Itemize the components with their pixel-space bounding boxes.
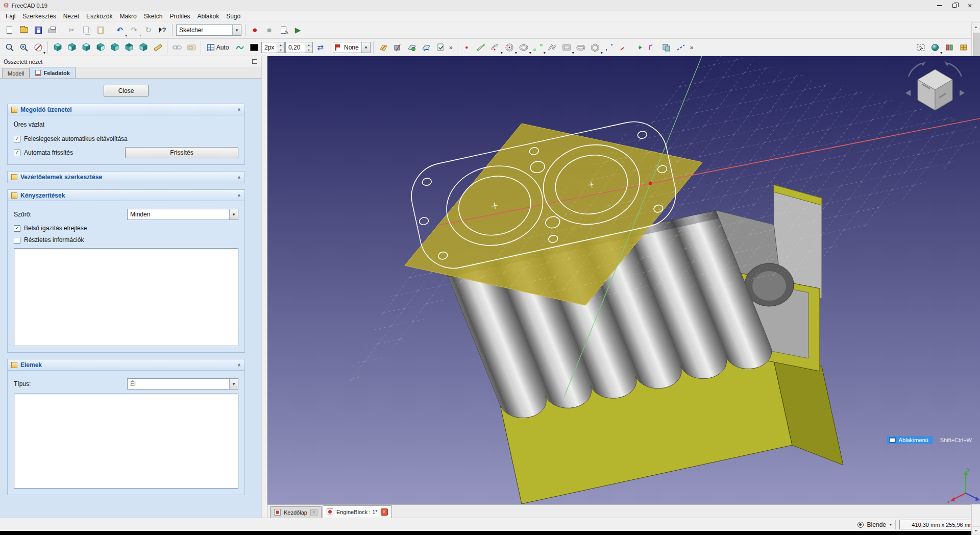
workbench-selector[interactable]: Sketcher ▾ [176,25,241,36]
line-width-select[interactable]: 2px ▴▾ [261,42,285,53]
float-panel-icon[interactable] [252,59,257,64]
blende-selector[interactable]: Blende [867,521,886,528]
spin-down-icon[interactable]: ▾ [305,47,312,53]
collapse-up-icon[interactable]: ∧ [237,192,241,198]
spin-up-icon[interactable]: ▴ [277,42,284,47]
collapse-up-icon[interactable]: ∧ [237,175,241,180]
create-fillet-button[interactable] [603,40,617,54]
redo-button[interactable]: ↷▾ [127,23,141,37]
toolbar-overflow-icon[interactable]: » [448,44,454,51]
panel-splitter[interactable] [261,56,267,518]
refresh-button[interactable]: ↻ [141,23,155,37]
close-window-button[interactable]: × [963,1,977,10]
make-link-button[interactable] [170,40,184,54]
menu-sketch[interactable]: Sketch [140,12,166,21]
pattern-dropdown-icon[interactable]: ▾ [361,42,370,53]
elements-type-select[interactable]: Él ▾ [127,378,238,390]
section-elements-header[interactable]: Elemek ∧ [8,359,244,371]
create-line-button[interactable] [474,40,488,54]
reorient-sketch-button[interactable] [419,40,433,54]
whatsthis-button[interactable]: ? [156,23,169,37]
close-task-button[interactable]: Close [104,85,149,96]
clip-plane-button[interactable] [942,40,956,54]
paste-button[interactable] [93,23,107,37]
left-view-button[interactable] [136,40,150,54]
scroll-down-icon[interactable]: ▾ [972,526,980,535]
undo-button[interactable]: ↶▾ [113,23,127,37]
top-view-button[interactable] [79,40,93,54]
draw-style-dropdown-icon[interactable]: ▾ [43,51,45,55]
save-button[interactable] [31,23,45,37]
create-polygon-button[interactable]: ▾ [589,40,602,54]
draw-style-button[interactable]: ▾ [31,40,45,54]
sketch-origin-point[interactable] [649,182,652,185]
3d-scene[interactable]: y x z [267,56,980,504]
type-dropdown-icon[interactable]: ▾ [229,379,238,389]
tab-close-icon[interactable]: × [310,509,317,516]
menu-nezet[interactable]: Nézet [60,12,83,21]
tab-engineblock[interactable]: EngineBlock : 1* × [323,505,392,518]
update-button[interactable]: Frissítés [125,147,238,158]
measure-distance-button[interactable] [151,40,164,54]
selection-view-button[interactable] [914,40,927,54]
elements-list[interactable] [14,394,238,489]
print-button[interactable] [45,23,59,37]
construction-mode-button[interactable] [674,40,688,54]
fit-all-button[interactable] [3,40,16,54]
validate-sketch-button[interactable] [433,40,447,54]
extend-edge-button[interactable] [631,40,645,54]
collapse-up-icon[interactable]: ∧ [237,362,241,368]
tab-kezdolap[interactable]: Kezdőlap × [270,506,322,518]
right-view-button[interactable] [93,40,107,54]
map-sketch-button[interactable] [405,40,419,54]
axonometric-view-button[interactable] [51,40,64,54]
spin-up-icon[interactable]: ▴ [305,42,312,47]
section-edit-controls-header[interactable]: Vezérlőelemek szerkesztése ∧ [8,172,244,183]
menu-ablakok[interactable]: Ablakok [193,12,223,21]
tab-feladatok[interactable]: Feladatok [30,67,75,78]
tab-modell[interactable]: Modell [2,68,30,78]
collapse-up-icon[interactable]: ∧ [237,107,241,112]
texture-button[interactable] [957,40,970,54]
create-point-button[interactable]: ● [460,40,474,54]
appearance-style-button[interactable]: ▾ [928,40,942,54]
create-circle-button[interactable]: ▾ [503,40,517,54]
trim-edge-button[interactable] [617,40,631,54]
constraints-list[interactable] [14,248,238,346]
menu-szerkesztes[interactable]: Szerkesztés [19,12,59,21]
workbench-dropdown-icon[interactable]: ▾ [232,25,241,35]
tab-close-icon[interactable]: × [381,508,388,516]
toolbar-overflow-icon[interactable]: » [689,44,695,51]
spin-down-icon[interactable]: ▾ [277,47,284,53]
create-bspline-button[interactable]: ▾ [531,40,545,54]
link-group-button[interactable] [184,40,198,54]
create-slot-button[interactable] [574,40,588,54]
line-color-button[interactable] [247,40,261,54]
snap-toggle[interactable] [233,40,247,54]
menu-makro[interactable]: Makró [116,12,140,21]
restore-button[interactable] [947,1,962,10]
blende-dropdown-icon[interactable]: ▾ [890,522,892,527]
front-view-button[interactable] [65,40,79,54]
menu-profiles[interactable]: Profiles [166,12,193,21]
menu-sugo[interactable]: Súgó [223,12,244,21]
macro-stop-button[interactable]: ■ [262,23,276,37]
macro-play-button[interactable]: ▶ [291,23,305,37]
view-sketch-button[interactable] [376,40,390,54]
bottom-view-button[interactable] [122,40,136,54]
pattern-select[interactable]: None ▾ [333,42,371,53]
menu-fajl[interactable]: Fájl [2,12,19,21]
auto-constraints-button[interactable]: ⇄ [313,40,327,54]
external-geometry-button[interactable] [646,40,659,54]
cut-button[interactable]: ✂ [65,23,79,37]
create-rectangle-button[interactable]: ▾ [560,40,574,54]
window-menu-entry[interactable]: Ablak/menü [887,436,933,444]
extended-info-checkbox[interactable]: Részletes információk [14,236,238,244]
copy-button[interactable] [79,23,93,37]
filter-dropdown-icon[interactable]: ▾ [229,209,238,220]
section-constraints-header[interactable]: Kényszerítések ∧ [8,190,244,201]
create-arc-button[interactable]: ▾ [488,40,502,54]
create-polyline-button[interactable] [546,40,559,54]
grid-auto-toggle[interactable]: Auto [204,40,232,54]
macro-record-button[interactable]: ● [248,23,262,37]
